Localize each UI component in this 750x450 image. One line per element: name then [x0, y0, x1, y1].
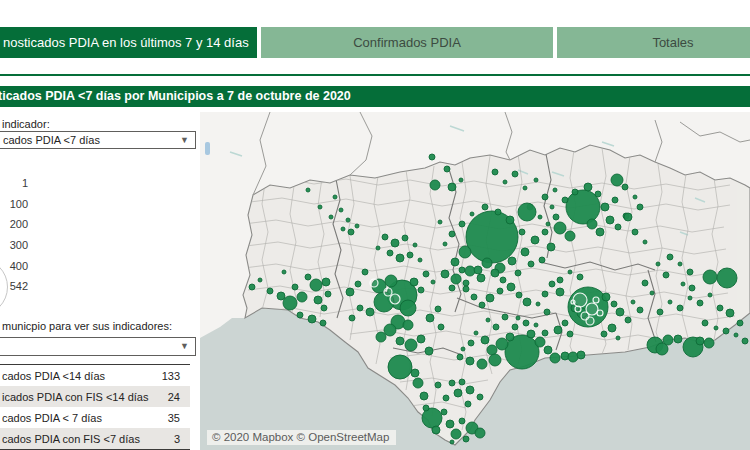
- top-whitespace: [0, 0, 750, 27]
- row-label: cados PDIA < 7 días: [0, 412, 150, 424]
- row-label: cados PDIA con FIS <7 días: [0, 433, 150, 445]
- legend-value: 100: [0, 198, 28, 219]
- table-row[interactable]: cados PDIA <14 días 133: [0, 365, 190, 386]
- table-row[interactable]: icados PDIA con FIS <14 días 24: [0, 386, 190, 407]
- table-row[interactable]: cados PDIA con FIS <7 días 3: [0, 428, 190, 449]
- legend-value: 1: [0, 177, 28, 198]
- row-value: 35: [150, 412, 190, 424]
- indicator-label: indicador:: [2, 118, 50, 130]
- tab-label: Totales: [652, 35, 693, 50]
- separator-line: [0, 74, 750, 76]
- bubble-size-legend: 1 100 200 300 400 542: [0, 177, 28, 301]
- tab-diagnosticados-pdia[interactable]: nosticados PDIA en los últimos 7 y 14 dí…: [0, 27, 257, 58]
- row-value: 133: [150, 370, 190, 382]
- tab-label: nosticados PDIA en los últimos 7 y 14 dí…: [3, 35, 249, 50]
- row-value: 3: [150, 433, 190, 445]
- chevron-down-icon: ▼: [180, 136, 189, 145]
- municipio-select[interactable]: ▼: [0, 337, 196, 356]
- filter-sidebar: indicador: cados PDIA <7 días ▼ 1 100 20…: [0, 112, 200, 450]
- municipio-label: municpio para ver sus indicadores:: [2, 320, 172, 332]
- page-title: ticados PDIA <7 días por Municipios a 7 …: [0, 86, 750, 107]
- map-attribution[interactable]: © 2020 Mapbox © OpenStreetMap: [207, 430, 396, 445]
- row-value: 24: [150, 391, 190, 403]
- tab-totales[interactable]: Totales: [557, 27, 750, 58]
- legend-value: 300: [0, 239, 28, 260]
- tab-bar: nosticados PDIA en los últimos 7 y 14 dí…: [0, 27, 750, 58]
- map-side-handle[interactable]: [205, 142, 210, 155]
- tab-confirmados-pdia[interactable]: Confirmados PDIA: [261, 27, 553, 58]
- indicator-select-value: cados PDIA <7 días: [3, 134, 100, 146]
- row-label: cados PDIA <14 días: [0, 370, 150, 382]
- row-label: icados PDIA con FIS <14 días: [0, 391, 150, 403]
- legend-value: 200: [0, 218, 28, 239]
- map-canvas[interactable]: [200, 112, 750, 450]
- table-row[interactable]: cados PDIA < 7 días 35: [0, 407, 190, 428]
- legend-value: 400: [0, 260, 28, 281]
- andalucia-bubble-map[interactable]: © 2020 Mapbox © OpenStreetMap: [200, 112, 750, 450]
- legend-value: 542: [0, 280, 28, 301]
- indicators-table: cados PDIA <14 días 133 icados PDIA con …: [0, 364, 190, 450]
- indicator-select[interactable]: cados PDIA <7 días ▼: [0, 131, 196, 149]
- chevron-down-icon: ▼: [180, 342, 189, 351]
- tab-label: Confirmados PDIA: [353, 35, 461, 50]
